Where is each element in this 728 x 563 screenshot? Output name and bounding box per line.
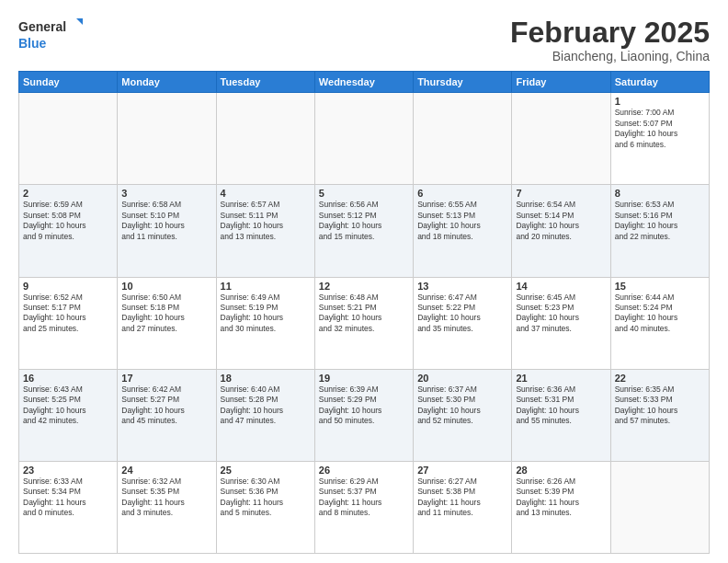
day-info: Sunrise: 6:40 AM Sunset: 5:28 PM Dayligh… [221,385,311,427]
day-number: 21 [516,373,606,384]
day-number: 9 [23,281,113,292]
calendar-cell: 24Sunrise: 6:32 AM Sunset: 5:35 PM Dayli… [118,461,216,553]
day-info: Sunrise: 6:27 AM Sunset: 5:38 PM Dayligh… [417,477,507,519]
weekday-thursday: Thursday [414,72,512,93]
day-number: 11 [221,281,311,292]
calendar-cell: 1Sunrise: 7:00 AM Sunset: 5:07 PM Daylig… [610,93,709,185]
day-info: Sunrise: 6:59 AM Sunset: 5:08 PM Dayligh… [23,200,113,242]
svg-text:Blue: Blue [18,36,47,51]
calendar-cell: 17Sunrise: 6:42 AM Sunset: 5:27 PM Dayli… [118,369,216,461]
calendar-cell: 13Sunrise: 6:47 AM Sunset: 5:22 PM Dayli… [414,277,512,369]
day-number: 24 [121,465,211,476]
calendar-cell [610,461,709,553]
day-number: 19 [319,373,409,384]
day-info: Sunrise: 6:49 AM Sunset: 5:19 PM Dayligh… [221,293,311,335]
day-info: Sunrise: 6:30 AM Sunset: 5:36 PM Dayligh… [221,477,311,519]
calendar-cell: 26Sunrise: 6:29 AM Sunset: 5:37 PM Dayli… [314,461,413,553]
calendar-cell [19,93,118,185]
day-info: Sunrise: 6:52 AM Sunset: 5:17 PM Dayligh… [23,293,113,335]
day-number: 4 [221,188,311,199]
day-info: Sunrise: 6:45 AM Sunset: 5:23 PM Dayligh… [516,293,606,335]
day-number: 3 [121,188,211,199]
weekday-sunday: Sunday [19,72,118,93]
day-info: Sunrise: 6:56 AM Sunset: 5:12 PM Dayligh… [319,200,409,242]
page: General Blue February 2025 Biancheng, Li… [0,0,728,563]
calendar-cell: 4Sunrise: 6:57 AM Sunset: 5:11 PM Daylig… [216,185,314,277]
location-subtitle: Biancheng, Liaoning, China [510,49,710,63]
calendar-cell: 15Sunrise: 6:44 AM Sunset: 5:24 PM Dayli… [610,277,709,369]
logo: General Blue [18,17,83,53]
day-info: Sunrise: 6:47 AM Sunset: 5:22 PM Dayligh… [417,293,507,335]
calendar-cell [414,93,512,185]
day-info: Sunrise: 6:26 AM Sunset: 5:39 PM Dayligh… [516,477,606,519]
week-row-4: 23Sunrise: 6:33 AM Sunset: 5:34 PM Dayli… [19,461,710,553]
calendar-cell: 7Sunrise: 6:54 AM Sunset: 5:14 PM Daylig… [512,185,610,277]
calendar-cell: 9Sunrise: 6:52 AM Sunset: 5:17 PM Daylig… [19,277,118,369]
calendar-cell: 14Sunrise: 6:45 AM Sunset: 5:23 PM Dayli… [512,277,610,369]
week-row-3: 16Sunrise: 6:43 AM Sunset: 5:25 PM Dayli… [19,369,710,461]
day-info: Sunrise: 6:44 AM Sunset: 5:24 PM Dayligh… [615,293,705,335]
day-info: Sunrise: 6:54 AM Sunset: 5:14 PM Dayligh… [516,200,606,242]
calendar-cell: 11Sunrise: 6:49 AM Sunset: 5:19 PM Dayli… [216,277,314,369]
calendar-cell: 27Sunrise: 6:27 AM Sunset: 5:38 PM Dayli… [414,461,512,553]
weekday-monday: Monday [118,72,216,93]
calendar-cell [512,93,610,185]
calendar-cell: 22Sunrise: 6:35 AM Sunset: 5:33 PM Dayli… [610,369,709,461]
day-info: Sunrise: 6:53 AM Sunset: 5:16 PM Dayligh… [615,200,705,242]
day-number: 28 [516,465,606,476]
week-row-0: 1Sunrise: 7:00 AM Sunset: 5:07 PM Daylig… [19,93,710,185]
calendar-cell [216,93,314,185]
calendar-cell: 20Sunrise: 6:37 AM Sunset: 5:30 PM Dayli… [414,369,512,461]
calendar-cell: 2Sunrise: 6:59 AM Sunset: 5:08 PM Daylig… [19,185,118,277]
title-block: February 2025 Biancheng, Liaoning, China [510,17,710,63]
day-number: 10 [121,281,211,292]
day-info: Sunrise: 6:57 AM Sunset: 5:11 PM Dayligh… [221,200,311,242]
day-info: Sunrise: 6:55 AM Sunset: 5:13 PM Dayligh… [417,200,507,242]
day-number: 20 [417,373,507,384]
day-info: Sunrise: 6:58 AM Sunset: 5:10 PM Dayligh… [121,200,211,242]
calendar-cell: 25Sunrise: 6:30 AM Sunset: 5:36 PM Dayli… [216,461,314,553]
day-info: Sunrise: 6:35 AM Sunset: 5:33 PM Dayligh… [615,385,705,427]
calendar-cell: 16Sunrise: 6:43 AM Sunset: 5:25 PM Dayli… [19,369,118,461]
calendar-cell: 21Sunrise: 6:36 AM Sunset: 5:31 PM Dayli… [512,369,610,461]
day-info: Sunrise: 6:42 AM Sunset: 5:27 PM Dayligh… [121,385,211,427]
calendar-cell: 3Sunrise: 6:58 AM Sunset: 5:10 PM Daylig… [118,185,216,277]
weekday-wednesday: Wednesday [314,72,413,93]
day-info: Sunrise: 6:37 AM Sunset: 5:30 PM Dayligh… [417,385,507,427]
week-row-2: 9Sunrise: 6:52 AM Sunset: 5:17 PM Daylig… [19,277,710,369]
calendar-cell: 10Sunrise: 6:50 AM Sunset: 5:18 PM Dayli… [118,277,216,369]
calendar-cell: 6Sunrise: 6:55 AM Sunset: 5:13 PM Daylig… [414,185,512,277]
day-number: 6 [417,188,507,199]
weekday-header-row: SundayMondayTuesdayWednesdayThursdayFrid… [19,72,710,93]
day-number: 7 [516,188,606,199]
calendar-cell: 8Sunrise: 6:53 AM Sunset: 5:16 PM Daylig… [610,185,709,277]
calendar-cell: 19Sunrise: 6:39 AM Sunset: 5:29 PM Dayli… [314,369,413,461]
svg-text:General: General [18,19,66,34]
day-number: 13 [417,281,507,292]
header: General Blue February 2025 Biancheng, Li… [18,17,710,63]
day-number: 15 [615,281,705,292]
day-info: Sunrise: 6:39 AM Sunset: 5:29 PM Dayligh… [319,385,409,427]
day-number: 5 [319,188,409,199]
logo-svg: General Blue [18,17,83,53]
day-number: 17 [121,373,211,384]
weekday-friday: Friday [512,72,610,93]
day-number: 22 [615,373,705,384]
day-number: 26 [319,465,409,476]
day-number: 23 [23,465,113,476]
weekday-tuesday: Tuesday [216,72,314,93]
day-number: 2 [23,188,113,199]
day-info: Sunrise: 6:43 AM Sunset: 5:25 PM Dayligh… [23,385,113,427]
day-number: 12 [319,281,409,292]
calendar-cell: 23Sunrise: 6:33 AM Sunset: 5:34 PM Dayli… [19,461,118,553]
day-info: Sunrise: 6:36 AM Sunset: 5:31 PM Dayligh… [516,385,606,427]
day-number: 16 [23,373,113,384]
calendar-cell [314,93,413,185]
month-title: February 2025 [510,17,710,49]
day-number: 14 [516,281,606,292]
day-number: 18 [221,373,311,384]
calendar-cell [118,93,216,185]
day-number: 27 [417,465,507,476]
week-row-1: 2Sunrise: 6:59 AM Sunset: 5:08 PM Daylig… [19,185,710,277]
day-info: Sunrise: 6:33 AM Sunset: 5:34 PM Dayligh… [23,477,113,519]
